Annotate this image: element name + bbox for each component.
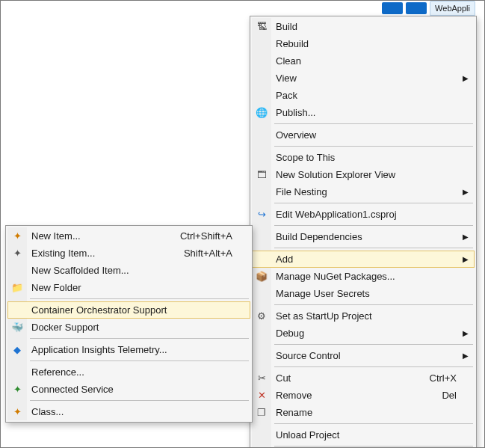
explorer-icon: 🗔: [256, 169, 268, 181]
menu-item-build[interactable]: 🏗Build: [252, 18, 475, 35]
menu-item-view[interactable]: View▶: [252, 70, 475, 87]
menu-item-shortcut: Ctrl+X: [430, 372, 457, 384]
menu-item-label: New Solution Explorer View: [276, 169, 457, 180]
cut-icon: ✂: [256, 372, 268, 384]
menu-item-label: Overview: [276, 129, 457, 141]
menu-item-pack[interactable]: Pack: [252, 87, 475, 104]
menu-item-remove[interactable]: ✕RemoveDel: [252, 387, 475, 404]
menu-separator: [274, 344, 473, 345]
menu-item-label: Rebuild: [276, 38, 457, 49]
menu-item-shortcut: Ctrl+Shift+A: [180, 230, 232, 242]
blank-icon: [256, 38, 268, 50]
rename-icon: ❐: [256, 407, 268, 419]
nuget-icon: 📦: [256, 271, 268, 283]
submenu-arrow-icon: ▶: [463, 351, 469, 359]
menu-item-label: Class...: [31, 406, 232, 417]
menu-item-label: Manage User Secrets: [276, 288, 457, 299]
menu-separator: [274, 366, 473, 367]
menu-item-label: Clean: [276, 55, 457, 67]
menu-item-label: New Item...: [31, 230, 159, 242]
menu-separator: [274, 423, 473, 424]
menu-item-label: Build Dependencies: [276, 231, 457, 242]
submenu-arrow-icon: ▶: [463, 254, 469, 263]
menu-separator: [274, 203, 473, 203]
menu-item-new-scaffolded-item[interactable]: New Scaffolded Item...: [7, 262, 250, 279]
blank-icon: [256, 254, 268, 266]
class-icon: ✦: [11, 406, 23, 418]
menu-separator: [30, 298, 249, 299]
menu-item-docker-support[interactable]: 🐳Docker Support: [7, 319, 250, 336]
menu-item-label: Rename: [276, 407, 457, 418]
menu-item-existing-item[interactable]: ✦Existing Item...Shift+Alt+A: [7, 245, 250, 262]
menu-item-label: Manage NuGet Packages...: [276, 271, 457, 282]
submenu-arrow-icon: ▶: [463, 73, 469, 82]
menu-item-build-dependencies[interactable]: Build Dependencies▶: [252, 228, 475, 245]
menu-item-unload-project[interactable]: Unload Project: [252, 426, 475, 444]
menu-item-shortcut: Shift+Alt+A: [184, 248, 232, 259]
menu-item-label: Source Control: [276, 350, 457, 361]
menu-separator: [30, 360, 249, 361]
menu-item-label: Container Orchestrator Support: [31, 304, 232, 316]
new-folder-icon: 📁: [11, 282, 23, 294]
blank-icon: [256, 186, 268, 198]
blank-icon: [256, 429, 268, 441]
menu-item-new-folder[interactable]: 📁New Folder: [7, 279, 250, 296]
menu-item-label: New Folder: [31, 282, 232, 293]
build-icon: 🏗: [256, 21, 268, 33]
menu-item-file-nesting[interactable]: File Nesting▶: [252, 183, 475, 200]
menu-item-manage-user-secrets[interactable]: Manage User Secrets: [252, 285, 475, 302]
menu-item-label: Edit WebApplication1.csproj: [276, 209, 457, 220]
menu-item-edit-webapplication1-csproj[interactable]: ↪Edit WebApplication1.csproj: [252, 206, 475, 223]
menu-separator: [274, 225, 473, 226]
background-toolbar: WebAppli: [382, 1, 475, 16]
menu-item-debug[interactable]: Debug▶: [252, 325, 475, 342]
menu-item-new-solution-explorer-view[interactable]: 🗔New Solution Explorer View: [252, 166, 475, 183]
menu-item-scope-to-this[interactable]: Scope to This: [252, 149, 475, 166]
menu-item-manage-nuget-packages[interactable]: 📦Manage NuGet Packages...: [252, 268, 475, 285]
menu-separator: [274, 304, 473, 305]
menu-item-application-insights-telemetry[interactable]: ◆Application Insights Telemetry...: [7, 341, 250, 358]
connected-svc-icon: ✦: [11, 384, 23, 396]
menu-item-shortcut: Del: [442, 390, 457, 401]
menu-item-new-item[interactable]: ✦New Item...Ctrl+Shift+A: [7, 227, 250, 245]
menu-separator: [274, 248, 473, 248]
menu-item-label: File Nesting: [276, 186, 457, 197]
blank-icon: [256, 129, 268, 141]
project-context-menu[interactable]: 🏗BuildRebuildCleanView▶Pack🌐Publish...Ov…: [250, 16, 477, 448]
menu-item-connected-service[interactable]: ✦Connected Service: [7, 381, 250, 398]
menu-item-container-orchestrator-support[interactable]: Container Orchestrator Support: [7, 301, 250, 319]
submenu-arrow-icon: ▶: [463, 328, 469, 337]
blank-icon: [256, 288, 268, 300]
blank-icon: [256, 55, 268, 67]
menu-item-cut[interactable]: ✂CutCtrl+X: [252, 369, 475, 387]
menu-item-label: Remove: [276, 390, 421, 401]
new-item-icon: ✦: [11, 230, 23, 242]
menu-item-set-as-startup-project[interactable]: ⚙Set as StartUp Project: [252, 307, 475, 325]
blank-icon: [256, 350, 268, 362]
existing-item-icon: ✦: [11, 248, 23, 260]
menu-item-label: Application Insights Telemetry...: [31, 344, 232, 355]
menu-item-label: Set as StartUp Project: [276, 310, 457, 322]
blank-icon: [256, 328, 268, 340]
remove-icon: ✕: [256, 390, 268, 402]
app-insights-icon: ◆: [11, 344, 23, 356]
menu-item-rebuild[interactable]: Rebuild: [252, 35, 475, 52]
menu-item-add[interactable]: Add▶: [252, 251, 475, 268]
menu-item-reference[interactable]: Reference...: [7, 363, 250, 381]
menu-item-clean[interactable]: Clean: [252, 52, 475, 70]
menu-item-source-control[interactable]: Source Control▶: [252, 347, 475, 364]
menu-separator: [274, 123, 473, 124]
menu-item-label: Add: [276, 254, 457, 265]
menu-separator: [30, 338, 249, 339]
blank-icon: [11, 304, 23, 316]
menu-item-class[interactable]: ✦Class...: [7, 403, 250, 420]
bg-button: [406, 2, 427, 14]
menu-separator: [30, 400, 249, 401]
menu-item-label: Build: [276, 21, 457, 32]
menu-item-publish[interactable]: 🌐Publish...: [252, 104, 475, 121]
menu-item-label: Scope to This: [276, 152, 457, 163]
menu-item-label: Existing Item...: [31, 248, 163, 259]
add-submenu[interactable]: ✦New Item...Ctrl+Shift+A✦Existing Item..…: [5, 225, 253, 423]
menu-item-overview[interactable]: Overview: [252, 126, 475, 144]
menu-item-rename[interactable]: ❐Rename: [252, 404, 475, 421]
